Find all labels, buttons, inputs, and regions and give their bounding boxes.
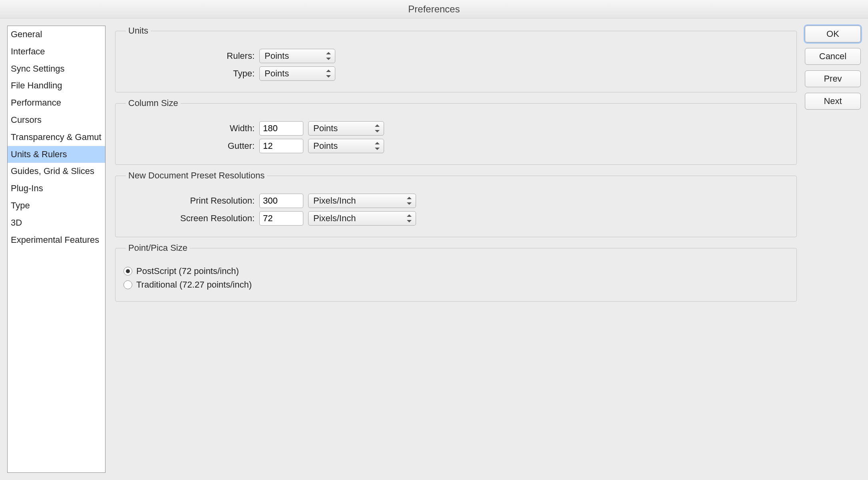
sidebar-item-transparency-gamut[interactable]: Transparency & Gamut (8, 129, 105, 146)
column-size-group: Column Size Width: Points Gutter: Point (115, 98, 797, 165)
screen-resolution-unit-select[interactable]: Pixels/Inch (308, 211, 416, 226)
rulers-select[interactable]: Points (259, 49, 335, 63)
next-button[interactable]: Next (805, 93, 861, 110)
sidebar-item-plug-ins[interactable]: Plug-Ins (8, 180, 105, 197)
sidebar-item-label: Performance (11, 98, 61, 108)
rulers-label: Rulers: (123, 51, 259, 61)
updown-caret-icon (326, 70, 332, 78)
point-pica-group: Point/Pica Size PostScript (72 points/in… (115, 243, 797, 302)
sidebar-item-cursors[interactable]: Cursors (8, 112, 105, 129)
sidebar-item-label: Transparency & Gamut (11, 132, 102, 142)
preferences-window: Preferences General Interface Sync Setti… (0, 0, 868, 480)
sidebar-item-units-rulers[interactable]: Units & Rulers (8, 146, 105, 163)
sidebar-item-guides-grid-slices[interactable]: Guides, Grid & Slices (8, 163, 105, 180)
gutter-unit-select[interactable]: Points (308, 139, 384, 153)
postscript-radio-row[interactable]: PostScript (72 points/inch) (123, 266, 788, 276)
next-button-label: Next (824, 96, 842, 106)
traditional-radio[interactable] (123, 280, 132, 289)
cancel-button[interactable]: Cancel (805, 48, 861, 65)
width-unit-select[interactable]: Points (308, 121, 384, 136)
sidebar-item-general[interactable]: General (8, 26, 105, 43)
resolutions-legend: New Document Preset Resolutions (126, 170, 267, 181)
postscript-radio-label: PostScript (72 points/inch) (136, 266, 239, 276)
units-legend: Units (126, 26, 151, 36)
sidebar-item-label: Interface (11, 46, 45, 56)
ok-button[interactable]: OK (805, 26, 861, 42)
print-resolution-unit-value: Pixels/Inch (313, 196, 356, 206)
sidebar-item-label: Experimental Features (11, 235, 99, 245)
updown-caret-icon (326, 52, 332, 60)
updown-caret-icon (375, 124, 380, 132)
sidebar-item-interface[interactable]: Interface (8, 43, 105, 60)
width-input[interactable] (259, 121, 303, 136)
width-label: Width: (123, 123, 259, 134)
updown-caret-icon (375, 142, 380, 150)
sidebar-item-type[interactable]: Type (8, 197, 105, 214)
print-resolution-unit-select[interactable]: Pixels/Inch (308, 194, 416, 208)
type-label: Type: (123, 68, 259, 79)
gutter-label: Gutter: (123, 141, 259, 151)
sidebar-item-label: Plug-Ins (11, 183, 43, 193)
updown-caret-icon (407, 197, 412, 205)
gutter-unit-value: Points (313, 141, 338, 151)
radio-dot-icon (126, 269, 130, 273)
window-body: General Interface Sync Settings File Han… (0, 18, 868, 480)
cancel-button-label: Cancel (819, 51, 846, 61)
sidebar-item-label: Units & Rulers (11, 149, 67, 159)
main-panel: Units Rulers: Points Type: Points (115, 26, 805, 473)
sidebar-item-performance[interactable]: Performance (8, 94, 105, 112)
screen-resolution-label: Screen Resolution: (123, 213, 259, 224)
ok-button-label: OK (826, 29, 839, 39)
sidebar-item-label: Sync Settings (11, 64, 65, 74)
print-resolution-input[interactable] (259, 194, 303, 208)
point-pica-legend: Point/Pica Size (126, 243, 190, 253)
resolutions-group: New Document Preset Resolutions Print Re… (115, 170, 797, 237)
sidebar-item-label: Type (11, 200, 30, 210)
prev-button-label: Prev (824, 74, 842, 84)
column-size-legend: Column Size (126, 98, 181, 108)
sidebar-item-3d[interactable]: 3D (8, 214, 105, 232)
screen-resolution-input[interactable] (259, 211, 303, 226)
sidebar-item-label: File Handling (11, 80, 62, 90)
updown-caret-icon (407, 214, 412, 222)
sidebar-item-file-handling[interactable]: File Handling (8, 77, 105, 94)
traditional-radio-row[interactable]: Traditional (72.27 points/inch) (123, 280, 788, 290)
rulers-select-value: Points (265, 51, 289, 61)
type-select-value: Points (265, 68, 289, 79)
traditional-radio-label: Traditional (72.27 points/inch) (136, 280, 252, 290)
gutter-input[interactable] (259, 139, 303, 153)
screen-resolution-unit-value: Pixels/Inch (313, 213, 356, 224)
sidebar-item-experimental-features[interactable]: Experimental Features (8, 232, 105, 249)
window-title: Preferences (408, 4, 460, 14)
print-resolution-label: Print Resolution: (123, 196, 259, 206)
sidebar-item-label: Guides, Grid & Slices (11, 166, 94, 176)
postscript-radio[interactable] (123, 267, 132, 276)
sidebar-item-label: 3D (11, 218, 22, 228)
dialog-buttons: OK Cancel Prev Next (805, 26, 861, 473)
type-select[interactable]: Points (259, 66, 335, 81)
category-sidebar: General Interface Sync Settings File Han… (7, 26, 106, 473)
units-group: Units Rulers: Points Type: Points (115, 26, 797, 92)
titlebar: Preferences (0, 0, 868, 18)
sidebar-item-label: Cursors (11, 115, 42, 125)
prev-button[interactable]: Prev (805, 70, 861, 87)
sidebar-item-label: General (11, 29, 42, 39)
sidebar-item-sync-settings[interactable]: Sync Settings (8, 60, 105, 78)
width-unit-value: Points (313, 123, 338, 134)
